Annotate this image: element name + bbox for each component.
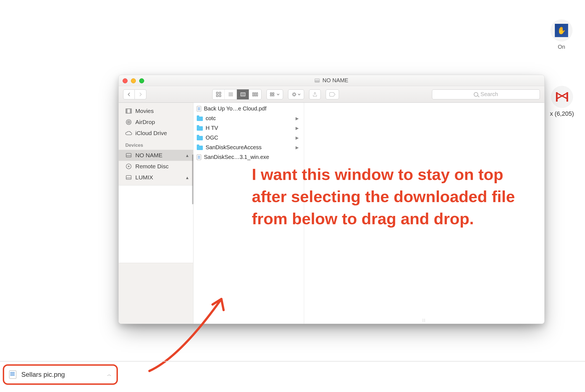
download-chip[interactable]: Sellars pic.png ︿ [3, 364, 118, 385]
hand-art-icon: ✋ [555, 24, 568, 37]
optical-disc-icon [125, 163, 132, 170]
view-mode-segment [212, 89, 262, 100]
svg-point-18 [128, 166, 129, 167]
minimize-button[interactable] [131, 78, 136, 83]
sidebar: Movies AirDrop iCloud Drive Devices NO [119, 103, 193, 324]
file-icon [9, 370, 16, 379]
file-row[interactable]: OGC ▶ [193, 133, 304, 143]
svg-point-13 [126, 120, 131, 125]
sidebar-item-label: LUMIX [135, 174, 153, 181]
svg-point-11 [293, 93, 295, 96]
sidebar-item-label: NO NAME [135, 152, 162, 159]
action-button[interactable] [288, 89, 304, 99]
svg-point-17 [126, 164, 131, 169]
view-columns-icon[interactable] [237, 89, 249, 99]
sidebar-item-airdrop[interactable]: AirDrop [119, 117, 193, 128]
disk-icon [125, 174, 132, 181]
svg-rect-5 [255, 93, 256, 96]
gmail-icon-circle [551, 86, 573, 108]
on-app-widget[interactable]: ✋ On [550, 19, 573, 50]
file-name: SanDiskSec…3.1_win.exe [204, 154, 299, 160]
file-row[interactable]: SanDiskSecureAccess ▶ [193, 143, 304, 152]
svg-rect-7 [270, 93, 272, 94]
search-placeholder: Search [480, 91, 498, 97]
titlebar[interactable]: NO NAME [119, 75, 544, 86]
svg-rect-4 [253, 93, 254, 96]
download-filename: Sellars pic.png [21, 371, 102, 378]
folder-icon [197, 117, 203, 121]
sidebar-item-label: AirDrop [135, 119, 155, 125]
sidebar-item-remote-disc[interactable]: Remote Disc [119, 161, 193, 172]
tag-icon [329, 92, 335, 97]
airdrop-icon [125, 119, 132, 125]
file-row[interactable]: Back Up Yo…e Cloud.pdf [193, 104, 304, 114]
chevron-right-icon: ▶ [296, 116, 299, 121]
folder-icon [197, 126, 203, 131]
chevron-down-icon [277, 93, 279, 96]
sidebar-item-lumix[interactable]: LUMIX ▲ [119, 172, 193, 183]
view-icon-grid[interactable] [213, 89, 225, 99]
window-controls [123, 78, 144, 83]
gmail-inbox-count: x (6,205) [550, 110, 574, 117]
forward-button[interactable] [135, 89, 146, 99]
close-button[interactable] [123, 78, 128, 83]
nav-buttons [123, 89, 146, 99]
annotation-text: I want this window to stay on top after … [252, 163, 534, 230]
chevron-right-icon: ▶ [296, 135, 299, 140]
download-bar-divider [0, 361, 585, 362]
svg-rect-1 [219, 92, 221, 94]
sidebar-item-movies[interactable]: Movies [119, 105, 193, 117]
sidebar-item-label: Remote Disc [135, 163, 169, 170]
file-name: SanDiskSecureAccess [206, 144, 293, 151]
svg-rect-6 [257, 93, 258, 96]
sidebar-devices-header: Devices [119, 139, 193, 150]
folder-icon [197, 136, 203, 140]
svg-rect-2 [216, 95, 218, 97]
sidebar-item-label: iCloud Drive [135, 130, 167, 136]
gmail-icon [556, 92, 568, 102]
gear-icon [292, 92, 297, 97]
zoom-button[interactable] [139, 78, 144, 83]
folder-icon [197, 146, 203, 150]
on-label: On [550, 44, 573, 50]
svg-rect-10 [273, 95, 274, 96]
on-icon-circle: ✋ [550, 19, 573, 42]
icloud-icon [125, 130, 132, 136]
svg-point-15 [128, 122, 129, 123]
file-row[interactable]: cotc ▶ [193, 114, 304, 123]
file-name: cotc [206, 115, 293, 122]
svg-rect-3 [219, 95, 221, 97]
eject-icon[interactable]: ▲ [185, 153, 189, 158]
pane-resize-handle[interactable]: || [423, 318, 426, 322]
file-name: H TV [206, 125, 293, 131]
share-button[interactable] [309, 89, 321, 99]
chevron-right-icon: ▶ [296, 126, 299, 131]
svg-rect-16 [126, 153, 131, 157]
file-row[interactable]: SanDiskSec…3.1_win.exe [193, 152, 304, 162]
chevron-right-icon: ▶ [296, 145, 299, 150]
disk-icon [125, 152, 132, 159]
view-list-icon[interactable] [225, 89, 237, 99]
svg-rect-8 [273, 93, 274, 94]
toolbar: Search [119, 86, 544, 103]
sidebar-item-icloud[interactable]: iCloud Drive [119, 128, 193, 139]
disk-icon [315, 79, 320, 82]
view-gallery-icon[interactable] [249, 89, 261, 99]
window-title: NO NAME [322, 77, 348, 84]
back-button[interactable] [123, 89, 135, 99]
file-name: OGC [206, 135, 293, 141]
eject-icon[interactable]: ▲ [185, 175, 189, 180]
search-icon [474, 92, 478, 97]
file-name: Back Up Yo…e Cloud.pdf [204, 105, 299, 112]
sidebar-item-label: Movies [135, 108, 154, 114]
chevron-up-icon[interactable]: ︿ [107, 372, 112, 378]
sidebar-item-no-name[interactable]: NO NAME ▲ [119, 150, 193, 161]
tags-button[interactable] [326, 89, 339, 99]
file-row[interactable]: H TV ▶ [193, 123, 304, 133]
search-input[interactable]: Search [432, 89, 540, 99]
svg-rect-9 [270, 95, 272, 96]
document-icon [197, 154, 201, 160]
arrange-button[interactable] [266, 89, 283, 99]
gmail-widget[interactable]: x (6,205) [550, 86, 574, 117]
movies-icon [125, 108, 132, 114]
